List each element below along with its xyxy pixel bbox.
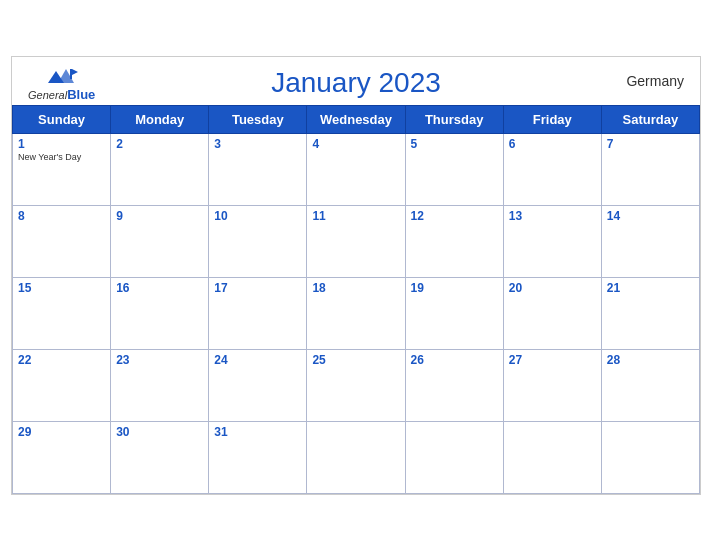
- day-number: 15: [18, 281, 105, 295]
- day-number: 26: [411, 353, 498, 367]
- day-cell: 15: [13, 277, 111, 349]
- header-friday: Friday: [503, 105, 601, 133]
- day-number: 10: [214, 209, 301, 223]
- country-label: Germany: [626, 73, 684, 89]
- logo-general-text: General: [28, 89, 67, 101]
- day-number: 1: [18, 137, 105, 151]
- day-number: 14: [607, 209, 694, 223]
- day-number: 11: [312, 209, 399, 223]
- day-cell: 6: [503, 133, 601, 205]
- day-cell: 31: [209, 421, 307, 493]
- day-cell: 18: [307, 277, 405, 349]
- holiday-label: New Year's Day: [18, 152, 105, 162]
- day-number: 17: [214, 281, 301, 295]
- day-number: 12: [411, 209, 498, 223]
- day-cell: 29: [13, 421, 111, 493]
- day-cell: [503, 421, 601, 493]
- day-number: 25: [312, 353, 399, 367]
- day-number: 23: [116, 353, 203, 367]
- day-number: 6: [509, 137, 596, 151]
- day-cell: 28: [601, 349, 699, 421]
- day-cell: [307, 421, 405, 493]
- day-cell: 10: [209, 205, 307, 277]
- day-number: 31: [214, 425, 301, 439]
- header-sunday: Sunday: [13, 105, 111, 133]
- header-thursday: Thursday: [405, 105, 503, 133]
- day-number: 30: [116, 425, 203, 439]
- week-row-5: 293031: [13, 421, 700, 493]
- calendar-grid: Sunday Monday Tuesday Wednesday Thursday…: [12, 105, 700, 494]
- day-number: 4: [312, 137, 399, 151]
- day-number: 21: [607, 281, 694, 295]
- day-number: 9: [116, 209, 203, 223]
- logo-icon: [44, 65, 80, 87]
- logo-text: General Blue: [28, 87, 95, 102]
- day-cell: 23: [111, 349, 209, 421]
- day-cell: 19: [405, 277, 503, 349]
- day-cell: 30: [111, 421, 209, 493]
- day-cell: 20: [503, 277, 601, 349]
- logo-area: General Blue: [28, 65, 95, 102]
- day-number: 7: [607, 137, 694, 151]
- logo-row: [44, 65, 80, 87]
- week-row-2: 891011121314: [13, 205, 700, 277]
- day-cell: 5: [405, 133, 503, 205]
- day-cell: 22: [13, 349, 111, 421]
- day-cell: 21: [601, 277, 699, 349]
- day-cell: 7: [601, 133, 699, 205]
- header-saturday: Saturday: [601, 105, 699, 133]
- day-number: 22: [18, 353, 105, 367]
- header-tuesday: Tuesday: [209, 105, 307, 133]
- day-cell: 27: [503, 349, 601, 421]
- day-cell: 12: [405, 205, 503, 277]
- day-cell: [405, 421, 503, 493]
- day-number: 18: [312, 281, 399, 295]
- day-number: 28: [607, 353, 694, 367]
- day-number: 29: [18, 425, 105, 439]
- day-cell: 17: [209, 277, 307, 349]
- day-number: 3: [214, 137, 301, 151]
- calendar-container: General Blue January 2023 Germany Sunday…: [11, 56, 701, 495]
- day-cell: 2: [111, 133, 209, 205]
- day-cell: 24: [209, 349, 307, 421]
- day-number: 27: [509, 353, 596, 367]
- day-cell: 13: [503, 205, 601, 277]
- day-cell: 9: [111, 205, 209, 277]
- day-number: 20: [509, 281, 596, 295]
- day-cell: 11: [307, 205, 405, 277]
- day-cell: 8: [13, 205, 111, 277]
- day-number: 16: [116, 281, 203, 295]
- week-row-1: 1New Year's Day234567: [13, 133, 700, 205]
- day-cell: 26: [405, 349, 503, 421]
- day-number: 8: [18, 209, 105, 223]
- day-cell: 14: [601, 205, 699, 277]
- calendar-header: General Blue January 2023 Germany: [12, 57, 700, 105]
- day-number: 19: [411, 281, 498, 295]
- svg-marker-3: [72, 69, 78, 75]
- logo-blue-text: Blue: [67, 87, 95, 102]
- day-cell: 3: [209, 133, 307, 205]
- day-cell: 25: [307, 349, 405, 421]
- day-number: 13: [509, 209, 596, 223]
- svg-rect-2: [70, 69, 72, 79]
- week-row-4: 22232425262728: [13, 349, 700, 421]
- day-cell: 16: [111, 277, 209, 349]
- day-number: 5: [411, 137, 498, 151]
- day-cell: 4: [307, 133, 405, 205]
- header-monday: Monday: [111, 105, 209, 133]
- week-row-3: 15161718192021: [13, 277, 700, 349]
- day-number: 2: [116, 137, 203, 151]
- day-cell: 1New Year's Day: [13, 133, 111, 205]
- calendar-title: January 2023: [271, 67, 441, 99]
- header-wednesday: Wednesday: [307, 105, 405, 133]
- days-header-row: Sunday Monday Tuesday Wednesday Thursday…: [13, 105, 700, 133]
- day-number: 24: [214, 353, 301, 367]
- day-cell: [601, 421, 699, 493]
